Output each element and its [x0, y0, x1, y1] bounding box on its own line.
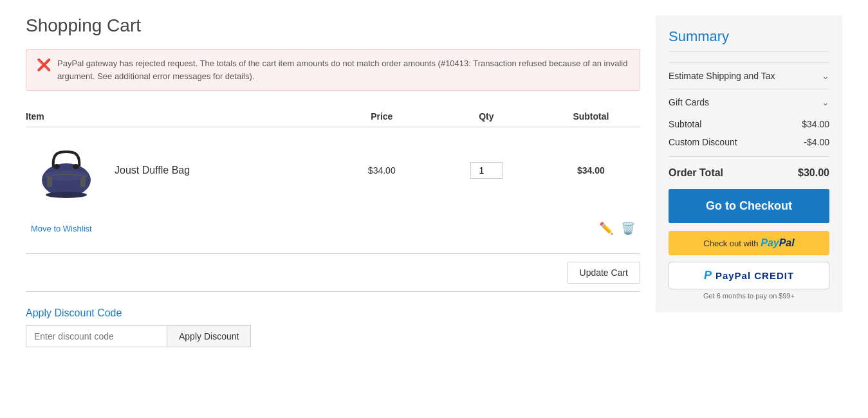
paypal-credit-content: P PayPal CREDIT	[676, 269, 822, 282]
discount-section: Apply Discount Code Apply Discount	[26, 307, 640, 347]
chevron-down-icon: ⌄	[822, 71, 829, 81]
move-to-wishlist-link[interactable]: Move to Wishlist	[31, 224, 92, 233]
summary-title: Summary	[669, 28, 829, 52]
order-total-label: Order Total	[669, 167, 723, 179]
summary-box: Summary Estimate Shipping and Tax ⌄ Gift…	[656, 15, 842, 313]
custom-discount-value: -$4.00	[804, 137, 829, 147]
error-message: PayPal gateway has rejected request. The…	[57, 57, 629, 82]
sidebar: Summary Estimate Shipping and Tax ⌄ Gift…	[656, 15, 842, 347]
gift-cards-label: Gift Cards	[669, 97, 709, 107]
move-wishlist-cell: Move to Wishlist	[26, 214, 333, 243]
move-wishlist-row: Move to Wishlist ✏️ 🗑️	[26, 214, 640, 243]
col-price: Price	[333, 106, 431, 127]
qty-input[interactable]	[470, 162, 503, 179]
estimate-shipping-accordion[interactable]: Estimate Shipping and Tax ⌄	[669, 62, 829, 89]
product-name: Joust Duffle Bag	[115, 165, 190, 176]
product-subtotal: $34.00	[542, 127, 640, 214]
svg-point-6	[73, 164, 79, 169]
main-content: Shopping Cart ❌ PayPal gateway has rejec…	[26, 15, 640, 347]
checkout-button[interactable]: Go to Checkout	[669, 189, 829, 223]
paypal-prefix-text: Check out with	[703, 239, 758, 248]
col-qty: Qty	[431, 106, 542, 127]
page-title: Shopping Cart	[26, 15, 640, 36]
svg-rect-4	[80, 177, 86, 187]
estimate-shipping-label: Estimate Shipping and Tax	[669, 71, 775, 81]
paypal-checkout-button[interactable]: Check out with PayPal	[669, 231, 829, 255]
product-price: $34.00	[333, 127, 431, 214]
paypal-credit-button[interactable]: P PayPal CREDIT	[669, 262, 829, 289]
discount-form: Apply Discount	[26, 325, 640, 347]
svg-point-5	[53, 164, 60, 169]
product-image	[31, 135, 102, 206]
svg-point-2	[46, 192, 87, 198]
order-total-value: $30.00	[798, 167, 829, 179]
subtotal-label: Subtotal	[669, 119, 701, 129]
error-icon: ❌	[37, 58, 51, 72]
paypal-credit-label: PayPal CREDIT	[716, 270, 794, 281]
paypal-note: Get 6 months to pay on $99+	[669, 292, 829, 300]
paypal-p-icon: P	[704, 269, 712, 282]
svg-rect-3	[47, 177, 52, 187]
subtotal-value: $34.00	[802, 119, 829, 129]
custom-discount-line: Custom Discount -$4.00	[669, 133, 829, 151]
chevron-down-icon-2: ⌄	[822, 97, 829, 107]
col-subtotal: Subtotal	[542, 106, 640, 127]
bag-svg	[34, 138, 98, 203]
product-qty-cell	[431, 127, 542, 214]
custom-discount-label: Custom Discount	[669, 137, 737, 147]
cart-table: Item Price Qty Subtotal	[26, 106, 640, 243]
delete-icon[interactable]: 🗑️	[621, 221, 635, 235]
apply-discount-button[interactable]: Apply Discount	[167, 325, 251, 347]
table-row: Joust Duffle Bag $34.00 $34.00	[26, 127, 640, 214]
update-cart-button[interactable]: Update Cart	[568, 262, 640, 284]
cart-actions-row: Update Cart	[26, 253, 640, 292]
subtotal-line: Subtotal $34.00	[669, 115, 829, 133]
paypal-prefix: Check out with PayPal	[703, 239, 794, 248]
order-total-line: Order Total $30.00	[669, 162, 829, 189]
discount-input[interactable]	[26, 325, 167, 347]
summary-divider	[669, 156, 829, 157]
edit-icon[interactable]: ✏️	[599, 221, 613, 235]
col-item: Item	[26, 106, 333, 127]
action-icons-cell: ✏️ 🗑️	[333, 214, 640, 243]
discount-title: Apply Discount Code	[26, 307, 640, 319]
paypal-logo-text: PayPal	[761, 237, 794, 248]
product-name-cell: Joust Duffle Bag	[109, 127, 333, 214]
error-banner: ❌ PayPal gateway has rejected request. T…	[26, 49, 640, 91]
gift-cards-accordion[interactable]: Gift Cards ⌄	[669, 89, 829, 115]
product-image-cell	[26, 127, 109, 214]
action-icons: ✏️ 🗑️	[338, 221, 635, 235]
